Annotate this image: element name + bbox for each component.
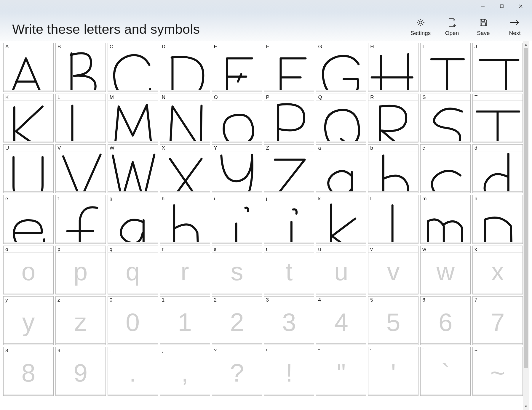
letter-cell[interactable]: yy <box>3 296 54 345</box>
letter-cell[interactable]: 22 <box>212 296 262 345</box>
scroll-down-arrow-icon[interactable]: ▼ <box>523 403 529 410</box>
handwriting-canvas[interactable]: y <box>4 303 53 345</box>
handwriting-canvas[interactable] <box>56 100 106 142</box>
letter-cell[interactable]: Y <box>212 144 262 193</box>
handwriting-canvas[interactable]: t <box>264 252 314 294</box>
letter-cell[interactable]: P <box>264 94 314 142</box>
letter-cell[interactable]: Q <box>316 94 366 142</box>
handwriting-canvas[interactable] <box>108 100 158 142</box>
letter-cell[interactable]: ?? <box>212 347 262 396</box>
settings-button[interactable]: Settings <box>410 17 431 36</box>
letter-cell[interactable]: a <box>316 144 366 193</box>
letter-cell[interactable]: 00 <box>108 296 158 345</box>
letter-cell[interactable]: 33 <box>264 296 314 345</box>
handwriting-canvas[interactable] <box>108 202 158 244</box>
letter-cell[interactable]: oo <box>3 246 54 294</box>
letter-cell[interactable]: 99 <box>55 347 106 396</box>
letter-cell[interactable]: j <box>264 195 314 244</box>
handwriting-canvas[interactable]: ! <box>264 354 314 395</box>
letter-cell[interactable]: C <box>108 43 158 92</box>
letter-cell[interactable]: zz <box>55 296 106 345</box>
handwriting-canvas[interactable] <box>212 202 262 244</box>
handwriting-canvas[interactable]: 8 <box>4 354 53 395</box>
handwriting-canvas[interactable] <box>108 151 158 193</box>
handwriting-canvas[interactable] <box>421 202 470 244</box>
handwriting-canvas[interactable]: p <box>56 252 106 294</box>
letter-cell[interactable]: b <box>368 144 418 193</box>
handwriting-canvas[interactable]: " <box>316 354 366 395</box>
handwriting-canvas[interactable] <box>56 202 106 244</box>
handwriting-canvas[interactable] <box>4 151 53 193</box>
handwriting-canvas[interactable]: q <box>108 252 158 294</box>
letter-cell[interactable]: `` <box>420 347 471 396</box>
letter-cell[interactable]: 44 <box>316 296 366 345</box>
letter-cell[interactable]: N <box>160 94 210 142</box>
handwriting-canvas[interactable] <box>316 151 366 193</box>
letter-cell[interactable]: ~~ <box>472 347 523 396</box>
letter-cell[interactable]: X <box>160 144 210 193</box>
handwriting-canvas[interactable]: 0 <box>108 303 158 345</box>
handwriting-canvas[interactable] <box>368 50 418 92</box>
letter-cell[interactable]: 88 <box>3 347 54 396</box>
handwriting-canvas[interactable] <box>473 50 523 92</box>
handwriting-canvas[interactable]: z <box>56 303 106 345</box>
handwriting-canvas[interactable]: x <box>473 252 523 294</box>
letter-cell[interactable]: S <box>420 94 471 142</box>
letter-cell[interactable]: I <box>420 43 471 92</box>
letter-cell[interactable]: l <box>368 195 418 244</box>
letter-cell[interactable]: k <box>316 195 366 244</box>
handwriting-canvas[interactable] <box>264 151 314 193</box>
handwriting-canvas[interactable]: w <box>421 252 470 294</box>
handwriting-canvas[interactable] <box>473 151 523 193</box>
open-button[interactable]: Open <box>442 17 462 36</box>
letter-cell[interactable]: M <box>108 94 158 142</box>
handwriting-canvas[interactable] <box>160 202 210 244</box>
letter-cell[interactable]: vv <box>368 246 418 294</box>
scrollbar-thumb[interactable] <box>524 48 528 368</box>
letter-cell[interactable]: J <box>472 43 523 92</box>
handwriting-canvas[interactable] <box>160 100 210 142</box>
handwriting-canvas[interactable] <box>4 202 53 244</box>
handwriting-canvas[interactable]: 5 <box>368 303 418 345</box>
letter-cell[interactable]: D <box>160 43 210 92</box>
handwriting-canvas[interactable] <box>264 202 314 244</box>
letter-cell[interactable]: pp <box>55 246 106 294</box>
handwriting-canvas[interactable] <box>212 151 262 193</box>
handwriting-canvas[interactable] <box>368 151 418 193</box>
vertical-scrollbar[interactable]: ▲ ▼ <box>523 41 529 410</box>
handwriting-canvas[interactable] <box>316 202 366 244</box>
handwriting-canvas[interactable]: o <box>4 252 53 294</box>
letter-cell[interactable]: "" <box>316 347 366 396</box>
letter-cell[interactable]: h <box>160 195 210 244</box>
handwriting-canvas[interactable]: u <box>316 252 366 294</box>
letter-cell[interactable]: F <box>264 43 314 92</box>
letter-cell[interactable]: 77 <box>472 296 523 345</box>
handwriting-canvas[interactable] <box>368 202 418 244</box>
handwriting-canvas[interactable] <box>4 50 53 92</box>
handwriting-canvas[interactable]: 9 <box>56 354 106 395</box>
letter-cell[interactable]: E <box>212 43 262 92</box>
scroll-up-arrow-icon[interactable]: ▲ <box>523 41 529 48</box>
handwriting-canvas[interactable] <box>4 100 53 142</box>
letter-cell[interactable]: Z <box>264 144 314 193</box>
letter-cell[interactable]: W <box>108 144 158 193</box>
handwriting-canvas[interactable]: 7 <box>473 303 523 345</box>
letter-cell[interactable]: U <box>3 144 54 193</box>
letter-cell[interactable]: K <box>3 94 54 142</box>
letter-cell[interactable]: L <box>55 94 106 142</box>
letter-cell[interactable]: qq <box>108 246 158 294</box>
letter-cell[interactable]: tt <box>264 246 314 294</box>
letter-cell[interactable]: m <box>420 195 471 244</box>
handwriting-canvas[interactable]: 1 <box>160 303 210 345</box>
handwriting-canvas[interactable]: s <box>212 252 262 294</box>
handwriting-canvas[interactable]: 6 <box>421 303 470 345</box>
window-close-button[interactable] <box>512 1 530 11</box>
handwriting-canvas[interactable]: ~ <box>473 354 523 395</box>
handwriting-canvas[interactable]: . <box>108 354 158 395</box>
letter-cell[interactable]: 11 <box>160 296 210 345</box>
handwriting-canvas[interactable]: r <box>160 252 210 294</box>
handwriting-canvas[interactable] <box>108 50 158 92</box>
handwriting-canvas[interactable]: 4 <box>316 303 366 345</box>
letter-cell[interactable]: T <box>472 94 523 142</box>
letter-cell[interactable]: B <box>55 43 106 92</box>
